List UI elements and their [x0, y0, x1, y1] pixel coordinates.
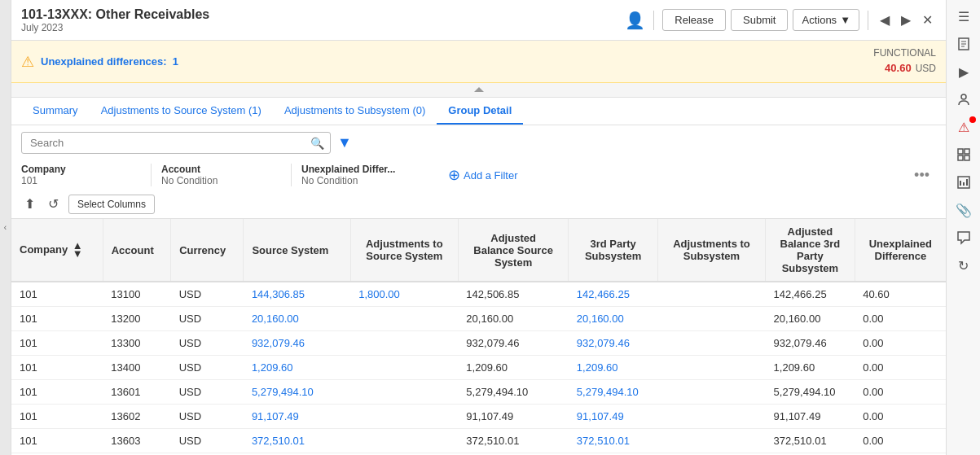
plus-icon: ⊕: [448, 166, 460, 184]
divider: [653, 11, 654, 30]
svg-point-4: [961, 94, 966, 99]
table-cell[interactable]: 1,800.00: [350, 282, 458, 307]
col-adj-balance-source[interactable]: AdjustedBalance SourceSystem: [458, 219, 568, 282]
sidebar-grid-icon[interactable]: [949, 142, 978, 168]
col-3rd-party[interactable]: 3rd PartySubsystem: [569, 219, 658, 282]
warning-icon: ⚠: [21, 53, 34, 71]
table-row: 10113602USD91,107.4991,107.4991,107.4991…: [11, 405, 946, 429]
table-cell: 0.00: [855, 356, 946, 380]
collapse-bar[interactable]: [11, 83, 946, 98]
table-cell: 13200: [103, 307, 170, 331]
table-row: 10113100USD144,306.851,800.00142,506.851…: [11, 282, 946, 307]
table-cell[interactable]: 372,510.01: [244, 429, 350, 453]
table-cell[interactable]: 1,209.60: [244, 356, 350, 380]
table-cell: [657, 380, 765, 405]
data-table-wrapper: Company ▲▼ Account Currency Source Syste…: [11, 219, 946, 455]
tab-group-detail[interactable]: Group Detail: [437, 98, 523, 125]
table-cell: [657, 307, 765, 331]
col-adj-source[interactable]: Adjustments toSource System: [350, 219, 458, 282]
table-cell: 101: [11, 307, 103, 331]
table-cell: 0.00: [855, 429, 946, 453]
col-source-system[interactable]: Source System: [244, 219, 350, 282]
table-cell: 13400: [103, 356, 170, 380]
table-cell[interactable]: 144,306.85: [244, 282, 350, 307]
alert-badge: [969, 116, 976, 123]
warning-text: Unexplained differences: 1: [41, 55, 178, 68]
table-cell[interactable]: 20,160.00: [569, 307, 658, 331]
sidebar-arrow-icon[interactable]: ▶: [949, 59, 978, 85]
col-adj-subsystem[interactable]: Adjustments toSubsystem: [657, 219, 765, 282]
table-row: 10113601USD5,279,494.105,279,494.105,279…: [11, 380, 946, 405]
warning-left: ⚠ Unexplained differences: 1: [21, 53, 178, 71]
filter-icon[interactable]: ▼: [337, 134, 352, 151]
table-row: 10113400USD1,209.601,209.601,209.601,209…: [11, 356, 946, 380]
sidebar-clip-icon[interactable]: 📎: [949, 197, 978, 223]
table-cell: USD: [171, 429, 244, 453]
forward-button[interactable]: ▶: [898, 9, 914, 31]
table-cell: [350, 380, 458, 405]
more-options-button[interactable]: •••: [907, 167, 936, 184]
table-cell: 13100: [103, 282, 170, 307]
sidebar-refresh-icon[interactable]: ↻: [949, 252, 978, 278]
select-columns-button[interactable]: Select Columns: [68, 195, 155, 214]
table-cell[interactable]: 91,107.49: [244, 405, 350, 429]
filter-unexplained: Unexplained Differ... No Condition: [301, 164, 432, 186]
page-subtitle: July 2023: [21, 22, 209, 33]
table-cell[interactable]: 1,209.60: [569, 356, 658, 380]
col-account[interactable]: Account: [103, 219, 170, 282]
table-cell: USD: [171, 380, 244, 405]
sidebar-alert-icon[interactable]: ⚠: [949, 114, 978, 140]
table-cell: USD: [171, 307, 244, 331]
actions-button[interactable]: Actions ▼: [793, 9, 859, 31]
table-cell: USD: [171, 331, 244, 356]
table-cell[interactable]: 5,279,494.10: [244, 380, 350, 405]
sort-company-icon: ▲▼: [73, 242, 83, 259]
sidebar-users-icon[interactable]: [949, 86, 978, 112]
sidebar-document-icon[interactable]: [949, 31, 978, 57]
table-cell: [350, 405, 458, 429]
col-company[interactable]: Company ▲▼: [11, 219, 103, 282]
table-cell: 0.00: [855, 405, 946, 429]
table-cell[interactable]: 932,079.46: [569, 331, 658, 356]
warning-banner: ⚠ Unexplained differences: 1 FUNCTIONAL …: [11, 41, 946, 83]
table-cell[interactable]: 372,510.01: [569, 429, 658, 453]
col-currency[interactable]: Currency: [171, 219, 244, 282]
table-row: 10113300USD932,079.46932,079.46932,079.4…: [11, 331, 946, 356]
table-cell[interactable]: 20,160.00: [244, 307, 350, 331]
sidebar-report-icon[interactable]: [949, 169, 978, 195]
table-cell: 0.00: [855, 331, 946, 356]
table-cell: 1,209.60: [458, 356, 568, 380]
tab-adj-source[interactable]: Adjustments to Source System (1): [90, 98, 273, 125]
table-cell[interactable]: 5,279,494.10: [569, 380, 658, 405]
col-adj-balance-3rd[interactable]: AdjustedBalance 3rdPartySubsystem: [766, 219, 855, 282]
sidebar-list-icon[interactable]: ☰: [949, 3, 978, 29]
sidebar-chat-icon[interactable]: [949, 225, 978, 251]
col-unexplained[interactable]: UnexplainedDifference: [855, 219, 946, 282]
table-cell: 372,510.01: [766, 429, 855, 453]
table-cell: 13300: [103, 331, 170, 356]
reset-button[interactable]: ↺: [45, 193, 62, 215]
table-cell: [657, 356, 765, 380]
tab-summary[interactable]: Summary: [21, 98, 90, 125]
export-button[interactable]: ⬆: [21, 193, 38, 215]
table-cell[interactable]: 932,079.46: [244, 331, 350, 356]
submit-button[interactable]: Submit: [731, 9, 788, 31]
table-cell: USD: [171, 405, 244, 429]
left-edge-toggle[interactable]: ‹: [0, 0, 11, 455]
back-button[interactable]: ◀: [877, 9, 893, 31]
release-button[interactable]: Release: [662, 9, 726, 31]
add-filter-button[interactable]: ⊕ Add a Filter: [442, 166, 524, 184]
tab-adj-subsystem[interactable]: Adjustments to Subsystem (0): [273, 98, 437, 125]
table-cell: 5,279,494.10: [766, 380, 855, 405]
table-cell: [350, 307, 458, 331]
close-button[interactable]: ✕: [919, 9, 936, 31]
table-cell[interactable]: 142,466.25: [569, 282, 658, 307]
table-cell: 91,107.49: [766, 405, 855, 429]
search-input[interactable]: [21, 132, 331, 154]
table-cell: 101: [11, 356, 103, 380]
table-cell: [657, 282, 765, 307]
page-title: 101-13XXX: Other Receivables: [21, 7, 209, 22]
table-cell[interactable]: 91,107.49: [569, 405, 658, 429]
table-cell: 142,506.85: [458, 282, 568, 307]
chevron-down-icon: ▼: [840, 14, 850, 26]
